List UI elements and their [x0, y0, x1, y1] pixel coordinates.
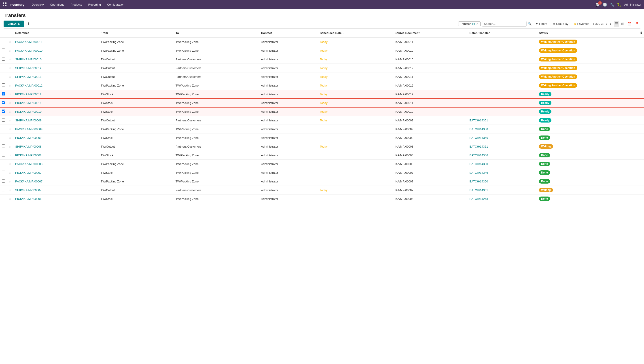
- star-button[interactable]: ☆: [9, 154, 12, 157]
- row-reference[interactable]: PACK/IKA/MP/00010: [14, 46, 99, 55]
- chat-icon[interactable]: 💬 3: [596, 2, 600, 7]
- row-checkbox[interactable]: [2, 188, 5, 192]
- batch-link[interactable]: BATCH/14361: [469, 119, 488, 122]
- row-checkbox-cell[interactable]: [0, 151, 7, 160]
- star-button[interactable]: ☆: [9, 110, 12, 113]
- star-button[interactable]: ☆: [9, 40, 12, 44]
- table-row[interactable]: ☆ PACK/IKA/MP/00007 TW/Packing Zone TW/P…: [0, 177, 644, 186]
- batch-link[interactable]: BATCH/14243: [469, 197, 488, 200]
- row-reference[interactable]: PICK/IKA/MP/00007: [14, 168, 99, 177]
- reference-link[interactable]: PICK/IKA/MP/00012: [15, 92, 42, 96]
- table-row[interactable]: ☆ PICK/IKA/MP/00007 TW/Stock TW/Packing …: [0, 168, 644, 177]
- batch-link[interactable]: BATCH/14350: [469, 180, 488, 183]
- star-button[interactable]: ☆: [9, 171, 12, 174]
- row-checkbox-cell[interactable]: [0, 46, 7, 55]
- contact-header[interactable]: Contact: [259, 28, 318, 37]
- row-star-cell[interactable]: ☆: [7, 194, 14, 203]
- row-batch-transfer[interactable]: [468, 46, 537, 55]
- row-checkbox[interactable]: [2, 101, 5, 104]
- row-reference[interactable]: SHIP/IKA/MP/00010: [14, 55, 99, 64]
- row-checkbox-cell[interactable]: [0, 72, 7, 81]
- row-batch-transfer[interactable]: BATCH/14346: [468, 134, 537, 142]
- row-batch-transfer[interactable]: [468, 64, 537, 72]
- reference-link[interactable]: PICK/IKA/MP/00008: [15, 154, 42, 157]
- row-reference[interactable]: PICK/IKA/MP/00009: [14, 134, 99, 142]
- row-batch-transfer[interactable]: BATCH/14350: [468, 160, 537, 168]
- row-checkbox-cell[interactable]: [0, 55, 7, 64]
- row-reference[interactable]: PICK/IKA/MP/00010: [14, 107, 99, 116]
- filters-button[interactable]: ▼ Filters: [534, 21, 549, 26]
- settings-icon[interactable]: 🔧: [610, 2, 614, 7]
- reference-link[interactable]: SHIP/IKA/MP/00010: [15, 58, 42, 61]
- row-batch-transfer[interactable]: [468, 72, 537, 81]
- row-checkbox[interactable]: [2, 197, 5, 200]
- row-checkbox[interactable]: [2, 118, 5, 122]
- row-star-cell[interactable]: ☆: [7, 90, 14, 98]
- row-checkbox[interactable]: [2, 75, 5, 78]
- app-grid-icon[interactable]: [3, 2, 7, 7]
- select-all-header[interactable]: [0, 28, 7, 37]
- table-row[interactable]: ☆ SHIP/IKA/MP/00007 TW/Output Partners/C…: [0, 186, 644, 194]
- table-row[interactable]: ☆ SHIP/IKA/MP/00012 TW/Output Partners/C…: [0, 64, 644, 72]
- nav-overview[interactable]: Overview: [29, 2, 46, 8]
- row-batch-transfer[interactable]: BATCH/14350: [468, 177, 537, 186]
- row-reference[interactable]: PACK/IKA/MP/00012: [14, 81, 99, 90]
- star-button[interactable]: ☆: [9, 49, 12, 52]
- reference-link[interactable]: PACK/IKA/MP/00008: [15, 162, 42, 166]
- row-star-cell[interactable]: ☆: [7, 142, 14, 151]
- row-checkbox-cell[interactable]: [0, 81, 7, 90]
- table-row[interactable]: ☆ SHIP/IKA/MP/00009 TW/Output Partners/C…: [0, 116, 644, 125]
- table-row[interactable]: ☆ PICK/IKA/MP/00011 TW/Stock TW/Packing …: [0, 98, 644, 107]
- row-checkbox[interactable]: [2, 170, 5, 174]
- row-checkbox-cell[interactable]: [0, 125, 7, 134]
- adjust-icon[interactable]: ⇅: [640, 31, 642, 34]
- row-checkbox-cell[interactable]: [0, 90, 7, 98]
- row-checkbox[interactable]: [2, 110, 5, 113]
- row-star-cell[interactable]: ☆: [7, 151, 14, 160]
- row-star-cell[interactable]: ☆: [7, 125, 14, 134]
- reference-link[interactable]: PACK/IKA/MP/00011: [15, 40, 42, 44]
- star-button[interactable]: ☆: [9, 136, 12, 140]
- row-batch-transfer[interactable]: [468, 98, 537, 107]
- row-checkbox-cell[interactable]: [0, 160, 7, 168]
- user-name[interactable]: Administrator: [624, 3, 641, 6]
- star-button[interactable]: ☆: [9, 188, 12, 192]
- batch-link[interactable]: BATCH/14361: [469, 188, 488, 192]
- row-star-cell[interactable]: ☆: [7, 168, 14, 177]
- star-button[interactable]: ☆: [9, 101, 12, 105]
- row-batch-transfer[interactable]: [468, 37, 537, 46]
- favorites-button[interactable]: ★ Favorites: [572, 21, 591, 26]
- row-checkbox[interactable]: [2, 136, 5, 139]
- row-reference[interactable]: PACK/IKA/MP/00007: [14, 177, 99, 186]
- row-checkbox[interactable]: [2, 92, 5, 96]
- from-header[interactable]: From: [99, 28, 174, 37]
- reference-link[interactable]: PACK/IKA/MP/00007: [15, 180, 42, 183]
- row-checkbox[interactable]: [2, 48, 5, 52]
- star-button[interactable]: ☆: [9, 127, 12, 131]
- row-checkbox[interactable]: [2, 162, 5, 165]
- filter-tag-remove[interactable]: ✕: [476, 22, 478, 26]
- row-reference[interactable]: SHIP/IKA/MP/00012: [14, 64, 99, 72]
- table-row[interactable]: ☆ PICK/IKA/MP/00010 TW/Stock TW/Packing …: [0, 107, 644, 116]
- reference-link[interactable]: PICK/IKA/MP/00007: [15, 171, 42, 174]
- row-batch-transfer[interactable]: [468, 81, 537, 90]
- download-button[interactable]: ⬇: [26, 21, 31, 27]
- row-star-cell[interactable]: ☆: [7, 46, 14, 55]
- star-button[interactable]: ☆: [9, 145, 12, 148]
- calendar-view-button[interactable]: 📅: [626, 21, 633, 26]
- row-checkbox[interactable]: [2, 179, 5, 183]
- row-checkbox-cell[interactable]: [0, 194, 7, 203]
- group-by-button[interactable]: ▦ Group By: [551, 21, 570, 26]
- batch-link[interactable]: BATCH/14346: [469, 136, 488, 140]
- row-batch-transfer[interactable]: [468, 90, 537, 98]
- row-batch-transfer[interactable]: [468, 107, 537, 116]
- row-star-cell[interactable]: ☆: [7, 98, 14, 107]
- status-header[interactable]: Status ⇅: [537, 28, 644, 37]
- batch-link[interactable]: BATCH/14350: [469, 128, 488, 131]
- batch-link[interactable]: BATCH/14350: [469, 162, 488, 166]
- list-view-button[interactable]: ☰: [614, 21, 619, 26]
- row-checkbox[interactable]: [2, 153, 5, 156]
- row-checkbox-cell[interactable]: [0, 186, 7, 194]
- batch-link[interactable]: BATCH/14346: [469, 171, 488, 174]
- batch-transfer-header[interactable]: Batch Transfer: [468, 28, 537, 37]
